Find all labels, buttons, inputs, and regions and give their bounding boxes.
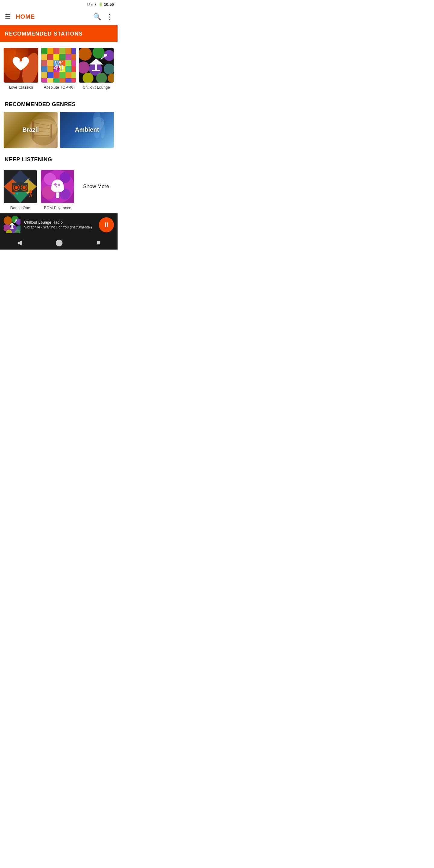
svg-point-80 [13, 193, 15, 194]
svg-rect-38 [47, 78, 53, 83]
svg-rect-19 [41, 60, 47, 66]
svg-rect-78 [13, 183, 27, 185]
listening-row: Dance One B [0, 167, 118, 211]
now-playing-track-name: Vibraphile - Waiting For You (instrument… [24, 225, 95, 230]
absolute-top40-thumbnail: TOP 40 [41, 48, 76, 83]
svg-rect-17 [65, 54, 71, 60]
svg-rect-7 [41, 48, 47, 54]
svg-rect-8 [47, 48, 53, 54]
svg-rect-11 [65, 48, 71, 54]
svg-rect-42 [71, 78, 76, 83]
clock: 10:55 [104, 2, 114, 7]
app-title: HOME [16, 13, 88, 20]
station-card-chillout-lounge[interactable]: Chillout Lounge [79, 48, 114, 90]
svg-point-95 [58, 184, 60, 186]
listening-dance-one-label: Dance One [10, 206, 30, 211]
svg-point-94 [54, 183, 57, 186]
svg-rect-65 [50, 124, 52, 138]
keep-listening-section: KEEP LISTENING [0, 148, 118, 214]
svg-point-99 [4, 216, 12, 225]
keep-listening-header: KEEP LISTENING [0, 148, 118, 167]
station-card-love-classics[interactable]: Love Classics [4, 48, 38, 90]
svg-rect-18 [71, 54, 76, 60]
genre-brazil-label: Brazil [22, 126, 38, 133]
svg-point-93 [52, 180, 64, 192]
svg-rect-10 [59, 48, 65, 54]
dance-one-thumbnail [4, 170, 37, 203]
svg-rect-36 [71, 72, 76, 78]
station-love-classics-label: Love Classics [9, 85, 33, 90]
nav-back-button[interactable]: ◀ [17, 239, 22, 247]
status-icons: LTE ▲ 🔋 10:55 [87, 2, 114, 7]
now-playing-station-name: Chillout Lounge Radio [24, 220, 95, 224]
show-more-button[interactable]: Show More [79, 170, 114, 203]
svg-point-75 [15, 186, 18, 189]
genre-card-brazil[interactable]: Brazil [4, 112, 58, 148]
listening-bom-psytrance-label: BOM Psytrance [44, 206, 71, 211]
menu-icon[interactable]: ☰ [5, 13, 11, 21]
svg-rect-30 [71, 66, 76, 72]
pause-icon: ⏸ [103, 221, 110, 229]
svg-point-60 [104, 54, 107, 57]
svg-rect-15 [53, 54, 59, 60]
stations-row: Love Classics [0, 42, 118, 93]
station-absolute-top40-label: Absolute TOP 40 [44, 85, 73, 90]
svg-rect-41 [65, 78, 71, 83]
nav-home-button[interactable]: ⬤ [56, 239, 63, 247]
now-playing-thumbnail [4, 216, 21, 233]
svg-rect-40 [59, 78, 65, 83]
svg-rect-13 [41, 54, 47, 60]
listening-card-dance-one[interactable]: Dance One [4, 170, 37, 211]
lte-icon: LTE [87, 2, 93, 6]
nav-recent-button[interactable]: ■ [97, 239, 101, 247]
svg-rect-29 [65, 66, 71, 72]
genres-row: Brazil Ambient [0, 112, 118, 148]
svg-point-82 [29, 190, 32, 193]
pause-button[interactable]: ⏸ [99, 217, 114, 232]
svg-rect-14 [47, 54, 53, 60]
svg-rect-108 [11, 225, 13, 228]
svg-rect-32 [47, 72, 53, 78]
svg-rect-16 [59, 54, 65, 60]
svg-rect-26 [47, 66, 53, 72]
svg-rect-25 [41, 66, 47, 72]
svg-rect-57 [95, 64, 97, 70]
genre-card-ambient[interactable]: Ambient [60, 112, 114, 148]
recommended-stations-banner: RECOMMENDED STATIONS [0, 25, 118, 42]
more-options-icon[interactable]: ⋮ [106, 13, 113, 21]
svg-rect-12 [71, 48, 76, 54]
now-playing-bar: Chillout Lounge Radio Vibraphile - Waiti… [0, 213, 118, 236]
svg-rect-24 [71, 60, 76, 66]
love-classics-thumbnail [4, 48, 38, 83]
recommended-stations-title: RECOMMENDED STATIONS [5, 31, 83, 37]
svg-rect-97 [56, 193, 59, 198]
svg-rect-20 [47, 60, 53, 66]
listening-card-bom-psytrance[interactable]: BOM Psytrance [41, 170, 74, 211]
svg-rect-34 [59, 72, 65, 78]
now-playing-info: Chillout Lounge Radio Vibraphile - Waiti… [24, 220, 95, 230]
battery-icon: 🔋 [98, 2, 103, 6]
signal-icon: ▲ [94, 2, 97, 6]
svg-point-96 [56, 186, 57, 187]
app-bar: ☰ HOME 🔍 ⋮ [0, 8, 118, 25]
svg-rect-109 [10, 228, 14, 229]
status-bar: LTE ▲ 🔋 10:55 [0, 0, 118, 8]
svg-point-77 [23, 186, 26, 189]
svg-point-81 [16, 193, 18, 194]
bottom-nav: ◀ ⬤ ■ [0, 236, 118, 250]
genre-ambient-label: Ambient [75, 126, 99, 133]
bom-psytrance-thumbnail [41, 170, 74, 203]
svg-rect-39 [53, 78, 59, 83]
svg-rect-33 [53, 72, 59, 78]
svg-rect-58 [92, 70, 100, 71]
svg-rect-37 [41, 78, 47, 83]
chillout-lounge-thumbnail [79, 48, 114, 83]
svg-rect-35 [65, 72, 71, 78]
svg-rect-23 [65, 60, 71, 66]
recommended-genres-header: RECOMMENDED GENRES [0, 93, 118, 112]
station-card-absolute-top-40[interactable]: TOP 40 Absolute TOP 40 [41, 48, 76, 90]
search-icon[interactable]: 🔍 [93, 13, 101, 21]
svg-rect-9 [53, 48, 59, 54]
svg-rect-31 [41, 72, 47, 78]
svg-point-111 [16, 219, 17, 221]
